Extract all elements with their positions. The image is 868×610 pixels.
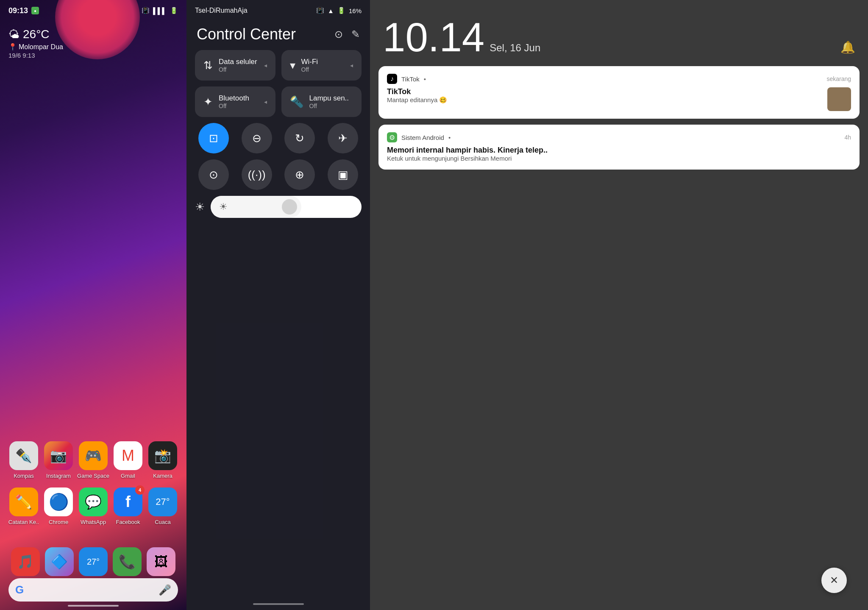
cc-title-actions: ⊙ ✎ <box>334 28 360 40</box>
cc-btn-rotate[interactable]: ↻ <box>284 123 315 153</box>
camera-icon[interactable]: 📸 <box>148 441 177 470</box>
facebook-icon[interactable]: f 4 <box>114 487 142 516</box>
cc-brightness-row: ☀ ☀ <box>186 196 370 218</box>
dock-weather[interactable]: 27° <box>79 547 108 576</box>
app-catatan[interactable]: ✏️ Catatan Ke.. <box>8 487 40 525</box>
dock-gallery[interactable]: 🖼 <box>147 547 175 576</box>
tiktok-notif-title: TikTok <box>387 87 822 96</box>
instagram-label: Instagram <box>46 473 71 479</box>
cc-btn-dnd[interactable]: ⊖ <box>242 123 272 153</box>
dock-phone[interactable]: 📞 <box>113 547 142 576</box>
airplane-icon: ✈ <box>338 132 348 145</box>
app-gamespace[interactable]: 🎮 Game Space <box>77 441 109 479</box>
home-swipe-indicator <box>68 605 119 607</box>
cc-status-bar: Tsel-DiRumahAja 📳 ▲ 🔋 16% <box>186 0 370 21</box>
instagram-icon[interactable]: 📷 <box>44 441 73 470</box>
cuaca-icon[interactable]: 27° <box>148 487 177 516</box>
system-notif-title: Memori internal hampir habis. Kinerja te… <box>387 146 851 155</box>
cc-tile-bluetooth-arrow: ◂ <box>264 98 267 105</box>
notif-tiktok-content: TikTok Mantap editannya 🥴 <box>387 87 851 111</box>
app-chrome[interactable]: 🔵 Chrome <box>42 487 75 525</box>
weather-widget: 🌤 26°C 📍 Molompar Dua 19/6 9:13 <box>8 28 63 59</box>
notif-card-system[interactable]: ⚙ Sistem Android • 4h Memori internal ha… <box>378 125 860 170</box>
bluetooth-icon: ✦ <box>203 95 213 109</box>
notif-date: Sel, 16 Jun <box>490 42 540 54</box>
whatsapp-icon[interactable]: 💬 <box>79 487 108 516</box>
kompas-icon[interactable]: ✒️ <box>9 441 38 470</box>
notification-list: ♪ TikTok • sekarang TikTok Mantap editan… <box>370 66 868 170</box>
cc-edit-icon[interactable]: ✎ <box>351 28 360 40</box>
weather-temp-display: 🌤 26°C <box>8 28 63 41</box>
app-cuaca[interactable]: 27° Cuaca <box>147 487 179 525</box>
cc-tile-flashlight-text: Lampu sen.. Off <box>309 94 353 109</box>
cc-btn-battery-saver[interactable]: ⊡ <box>198 123 229 153</box>
cc-btn-screen-record[interactable]: ⊕ <box>284 159 315 190</box>
wifi-icon: ▾ <box>290 59 295 72</box>
app-gmail[interactable]: M Gmail <box>112 441 144 479</box>
notif-system-header: ⚙ Sistem Android • 4h <box>387 132 851 142</box>
close-notifications-button[interactable]: ✕ <box>821 568 847 593</box>
weather-sun-icon: 🌤 <box>8 28 19 41</box>
cc-carrier: Tsel-DiRumahAja <box>195 7 248 14</box>
tiktok-app-icon: ♪ <box>387 74 397 84</box>
notif-card-tiktok[interactable]: ♪ TikTok • sekarang TikTok Mantap editan… <box>378 66 860 119</box>
app-whatsapp[interactable]: 💬 WhatsApp <box>77 487 109 525</box>
gmail-label: Gmail <box>121 473 135 479</box>
facebook-label: Facebook <box>116 519 140 525</box>
cc-btn-location[interactable]: ⊙ <box>198 159 229 190</box>
dock-tools[interactable]: 🔷 <box>45 547 74 576</box>
cc-tile-bluetooth[interactable]: ✦ Bluetooth Off ◂ <box>195 86 275 117</box>
cc-signal-icon: ▲ <box>328 7 334 14</box>
app-grid: ✒️ Kompas 📷 Instagram 🎮 Game Space M Gma… <box>0 441 186 534</box>
cc-title: Control Center <box>197 25 296 43</box>
cc-tile-data-arrow: ◂ <box>264 62 267 69</box>
notif-clock: 10.14 <box>383 17 484 58</box>
tiktok-notif-body: Mantap editannya 🥴 <box>387 96 822 104</box>
data-icon: ⇅ <box>203 59 213 72</box>
system-notif-body: Ketuk untuk mengunjungi Bersihkan Memori <box>387 155 851 162</box>
gamespace-icon[interactable]: 🎮 <box>79 441 108 470</box>
app-facebook[interactable]: f 4 Facebook <box>112 487 144 525</box>
brightness-thumb <box>282 199 297 214</box>
cc-tile-wifi-arrow: ◂ <box>350 62 353 69</box>
cc-tile-bluetooth-text: Bluetooth Off <box>219 94 258 109</box>
flashlight-icon: 🔦 <box>290 95 303 109</box>
cc-tile-data[interactable]: ⇅ Data seluler Off ◂ <box>195 50 275 81</box>
cc-btn-cast[interactable]: ▣ <box>328 159 358 190</box>
catatan-icon[interactable]: ✏️ <box>9 487 38 516</box>
catatan-label: Catatan Ke.. <box>8 519 39 525</box>
cast-icon: ▣ <box>338 168 348 181</box>
app-instagram[interactable]: 📷 Instagram <box>42 441 75 479</box>
home-search-bar[interactable]: G 🎤 <box>8 578 178 602</box>
app-row-1: ✒️ Kompas 📷 Instagram 🎮 Game Space M Gma… <box>6 441 180 479</box>
app-row-2: ✏️ Catatan Ke.. 🔵 Chrome 💬 WhatsApp f 4 … <box>6 487 180 525</box>
time-display: 09:13 <box>8 6 28 15</box>
cc-tile-flashlight[interactable]: 🔦 Lampu sen.. Off <box>281 86 362 117</box>
mic-icon[interactable]: 🎤 <box>159 584 171 596</box>
system-timestamp: 4h <box>844 134 851 141</box>
cc-btn-airplane[interactable]: ✈ <box>328 123 358 153</box>
cc-tile-data-text: Data seluler Off <box>219 58 258 73</box>
app-camera[interactable]: 📸 Kamera <box>147 441 179 479</box>
gmail-icon[interactable]: M <box>114 441 142 470</box>
cc-brightness-settings-icon[interactable]: ⊙ <box>334 28 343 40</box>
cc-quick-row-2: ⊙ ((·)) ⊕ ▣ <box>186 159 370 190</box>
gamespace-label: Game Space <box>77 473 109 479</box>
dock-music[interactable]: 🎵 <box>11 547 40 576</box>
cc-tile-wifi[interactable]: ▾ Wi-Fi Off ◂ <box>281 50 362 81</box>
android-app-icon: ⚙ <box>387 132 397 142</box>
app-kompas[interactable]: ✒️ Kompas <box>8 441 40 479</box>
brightness-slider[interactable]: ☀ <box>211 196 362 218</box>
home-screen: 09:13 ● 📳 ▌▌▌ 🔋 🌤 26°C 📍 Molompar Dua 19… <box>0 0 186 610</box>
notif-system-text: Memori internal hampir habis. Kinerja te… <box>387 146 851 162</box>
dnd-icon: ⊖ <box>252 132 262 145</box>
chrome-icon[interactable]: 🔵 <box>44 487 73 516</box>
cc-battery-percent: 16% <box>349 7 362 14</box>
cc-vibrate-icon: 📳 <box>316 7 324 14</box>
cc-title-row: Control Center ⊙ ✎ <box>186 21 370 50</box>
cc-btn-hotspot[interactable]: ((·)) <box>242 159 272 190</box>
tiktok-app-name: TikTok <box>401 75 420 83</box>
notification-bell-icon[interactable]: 🔔 <box>840 40 855 54</box>
whatsapp-label: WhatsApp <box>81 519 106 525</box>
cc-home-indicator <box>253 603 304 605</box>
